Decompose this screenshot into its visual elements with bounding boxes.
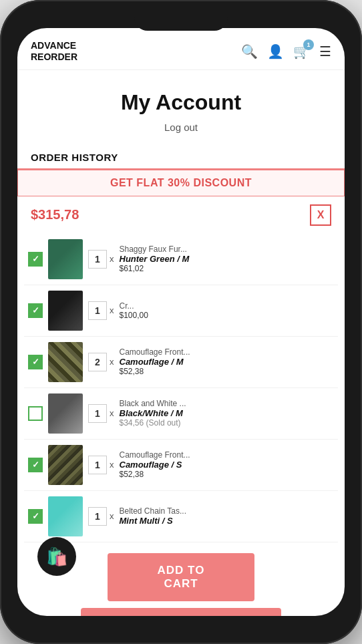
app-logo: ADVANCE REORDER <box>31 40 77 63</box>
header: ADVANCE REORDER 🔍 👤 🛒 1 ☰ <box>17 28 345 70</box>
item-variant-6: Mint Multi / S <box>120 516 335 526</box>
discount-text: GET FLAT 30% DISCOUNT <box>110 177 252 188</box>
order-total: $315,78 <box>31 207 79 222</box>
item-qty-1: 1 x <box>88 250 114 269</box>
item-qty-2: 1 x <box>88 301 114 320</box>
add-to-cart-button[interactable]: ADD TO CART <box>108 553 254 601</box>
cart-icon[interactable]: 🛒 1 <box>293 43 310 59</box>
header-icons: 🔍 👤 🛒 1 ☰ <box>241 43 331 59</box>
search-icon[interactable]: 🔍 <box>241 43 258 59</box>
page-title: My Account <box>31 90 331 115</box>
item-variant-4: Black/White / M <box>120 408 335 418</box>
item-details-5: Camouflage Front... Camouflage / S $52,3… <box>120 450 335 479</box>
item-checkbox-6[interactable] <box>28 509 43 524</box>
item-price-1: $61,02 <box>120 264 335 273</box>
item-details-3: Camouflage Front... Camouflage / M $52,3… <box>120 347 335 376</box>
item-image-2 <box>48 291 83 331</box>
order-item-5: 1 x Camouflage Front... Camouflage / S $… <box>24 440 338 491</box>
qty-value-6: 1 <box>88 507 107 526</box>
item-qty-3: 2 x <box>88 353 114 371</box>
item-image-4 <box>48 393 83 434</box>
page-title-section: My Account Log out <box>17 70 345 140</box>
reorder-checkout-button[interactable]: REORDER & CHECKOUT <box>81 608 281 616</box>
item-checkbox-4[interactable] <box>28 406 43 421</box>
item-name-6: Belted Chain Tas... <box>120 506 335 516</box>
phone-screen: ADVANCE REORDER 🔍 👤 🛒 1 ☰ My Account Log… <box>17 28 345 616</box>
shopify-icon: 🛍️ <box>46 546 67 567</box>
item-details-6: Belted Chain Tas... Mint Multi / S <box>120 506 335 526</box>
item-image-1 <box>48 239 83 279</box>
qty-value-3: 2 <box>88 353 107 371</box>
item-image-6 <box>48 496 83 536</box>
item-details-2: Cr... $100,00 <box>120 301 335 320</box>
cart-badge: 1 <box>303 39 314 50</box>
item-qty-6: 1 x <box>88 507 114 526</box>
item-qty-4: 1 x <box>88 404 114 423</box>
item-checkbox-1[interactable] <box>28 252 43 267</box>
item-image-5 <box>48 445 83 485</box>
item-details-1: Shaggy Faux Fur... Hunter Green / M $61,… <box>120 245 335 273</box>
item-name-1: Shaggy Faux Fur... <box>120 245 335 254</box>
item-name-5: Camouflage Front... <box>120 450 335 460</box>
order-item-6: 1 x Belted Chain Tas... Mint Multi / S <box>24 491 338 542</box>
qty-x-3: x <box>110 357 114 367</box>
item-name-3: Camouflage Front... <box>120 347 335 357</box>
qty-value-5: 1 <box>88 456 107 474</box>
qty-x-4: x <box>110 408 114 418</box>
qty-x-1: x <box>110 254 114 264</box>
item-name-2: Cr... <box>120 301 335 311</box>
order-item-3: 2 x Camouflage Front... Camouflage / M $… <box>24 337 338 388</box>
qty-x-5: x <box>110 460 114 470</box>
screen-content[interactable]: ADVANCE REORDER 🔍 👤 🛒 1 ☰ My Account Log… <box>17 28 345 616</box>
item-checkbox-3[interactable] <box>28 355 43 369</box>
item-variant-5: Camouflage / S <box>120 460 335 470</box>
item-checkbox-5[interactable] <box>28 458 43 472</box>
discount-banner: GET FLAT 30% DISCOUNT <box>17 170 345 196</box>
item-qty-5: 1 x <box>88 456 114 474</box>
order-items: 1 x Shaggy Faux Fur... Hunter Green / M … <box>17 234 345 542</box>
item-checkbox-2[interactable] <box>28 303 43 318</box>
qty-value-4: 1 <box>88 404 107 423</box>
qty-value-1: 1 <box>88 250 107 269</box>
shopify-badge: 🛍️ <box>37 537 76 576</box>
qty-x-6: x <box>110 511 114 521</box>
item-variant-3: Camouflage / M <box>120 357 335 367</box>
order-item-2: 1 x Cr... $100,00 <box>24 285 338 337</box>
order-history-label: ORDER HISTORY <box>17 140 345 170</box>
phone-frame: ADVANCE REORDER 🔍 👤 🛒 1 ☰ My Account Log… <box>0 0 362 644</box>
item-price-4: $34,56 (Sold out) <box>120 418 335 428</box>
account-icon[interactable]: 👤 <box>267 43 284 59</box>
close-button[interactable]: X <box>310 204 331 226</box>
logout-link[interactable]: Log out <box>31 122 331 133</box>
item-price-2: $100,00 <box>120 311 335 320</box>
item-image-3 <box>48 342 83 382</box>
total-row: $315,78 X <box>17 196 345 234</box>
item-price-3: $52,38 <box>120 367 335 376</box>
qty-x-2: x <box>110 305 114 315</box>
item-details-4: Black and White ... Black/White / M $34,… <box>120 399 335 428</box>
menu-icon[interactable]: ☰ <box>319 43 331 59</box>
qty-value-2: 1 <box>88 301 107 320</box>
item-name-4: Black and White ... <box>120 399 335 408</box>
item-price-5: $52,38 <box>120 470 335 479</box>
order-item-4: 1 x Black and White ... Black/White / M … <box>24 388 338 440</box>
order-item-1: 1 x Shaggy Faux Fur... Hunter Green / M … <box>24 234 338 285</box>
item-variant-1: Hunter Green / M <box>120 254 335 264</box>
